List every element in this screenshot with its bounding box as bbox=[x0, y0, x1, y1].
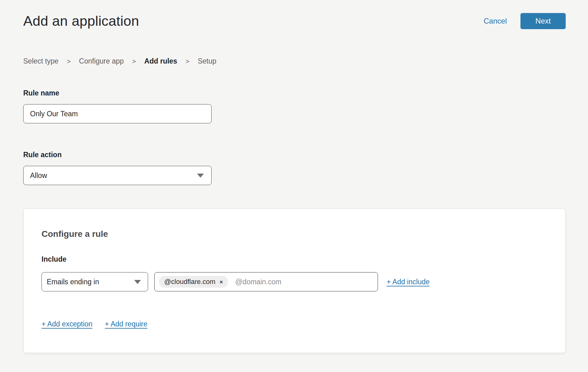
header-actions: Cancel Next bbox=[484, 13, 566, 29]
rule-name-input[interactable] bbox=[23, 104, 212, 123]
page-title: Add an application bbox=[23, 13, 139, 29]
rule-action-label: Rule action bbox=[23, 151, 566, 159]
breadcrumb-step-setup[interactable]: Setup bbox=[198, 57, 216, 65]
email-domain-chip-input[interactable]: @cloudflare.com × bbox=[154, 272, 378, 291]
breadcrumb-separator: > bbox=[186, 58, 189, 65]
rule-name-field: Rule name bbox=[23, 89, 566, 123]
add-exception-link[interactable]: + Add exception bbox=[42, 320, 92, 328]
chip-remove-icon[interactable]: × bbox=[219, 279, 223, 285]
include-row: Emails ending in @cloudflare.com × + Add… bbox=[42, 272, 547, 291]
chevron-down-icon bbox=[134, 280, 141, 284]
breadcrumb-separator: > bbox=[67, 58, 71, 65]
email-domain-chip: @cloudflare.com × bbox=[159, 276, 228, 288]
include-selector-value: Emails ending in bbox=[47, 278, 99, 286]
add-include-link[interactable]: + Add include bbox=[387, 278, 430, 286]
include-selector[interactable]: Emails ending in bbox=[42, 272, 148, 291]
configure-rule-card: Configure a rule Include Emails ending i… bbox=[23, 208, 566, 353]
rule-action-selected-value: Allow bbox=[30, 171, 47, 180]
breadcrumb-step-select-type[interactable]: Select type bbox=[23, 57, 59, 65]
rule-card-title: Configure a rule bbox=[42, 229, 547, 239]
next-button[interactable]: Next bbox=[520, 13, 566, 29]
add-application-page: Add an application Cancel Next Select ty… bbox=[0, 0, 588, 353]
add-require-link[interactable]: + Add require bbox=[105, 320, 147, 328]
breadcrumb-step-add-rules[interactable]: Add rules bbox=[144, 57, 177, 65]
rule-card-bottom-links: + Add exception + Add require bbox=[42, 320, 547, 328]
chip-label: @cloudflare.com bbox=[164, 278, 215, 286]
rule-action-select[interactable]: Allow bbox=[23, 166, 212, 185]
breadcrumb-separator: > bbox=[132, 58, 136, 65]
breadcrumb-step-configure-app[interactable]: Configure app bbox=[79, 57, 124, 65]
rule-name-label: Rule name bbox=[23, 89, 566, 97]
include-label: Include bbox=[42, 255, 547, 264]
cancel-button[interactable]: Cancel bbox=[484, 17, 507, 25]
domain-entry-input[interactable] bbox=[235, 278, 373, 286]
page-header: Add an application Cancel Next bbox=[23, 0, 566, 29]
breadcrumb: Select type > Configure app > Add rules … bbox=[23, 57, 566, 65]
rule-action-field: Rule action Allow bbox=[23, 151, 566, 185]
chevron-down-icon bbox=[197, 174, 204, 178]
